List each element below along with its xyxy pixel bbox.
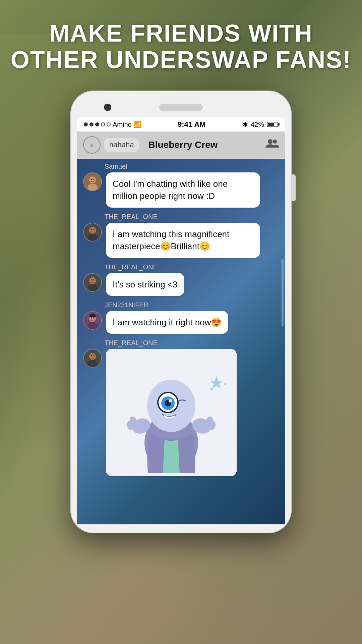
signal-dot-2 [89,122,94,126]
svg-point-15 [90,279,92,280]
avatar-real1-inner [84,223,101,241]
speaker [159,104,203,111]
bubble-4: I am watching it right now😍 [106,311,228,334]
sender-name-jen: JEN231NIFER [83,301,279,309]
promo-title: MAKE FRIENDS WITH OTHER UNDERSWAP FANS! [0,20,362,73]
svg-point-4 [87,184,98,191]
svg-point-19 [87,322,98,330]
message-row-2: I am watching this magnificent masterpie… [83,223,279,258]
status-left: Amino 📶 [84,121,141,128]
svg-point-14 [87,284,98,291]
group-icon[interactable] [265,138,279,152]
bubble-image [106,349,237,476]
bluetooth-icon: ✱ [242,120,248,128]
svg-point-24 [87,360,98,368]
message-group-1: Samuel [83,163,279,208]
avatar-samuel-inner [84,173,101,191]
phone-side-button [292,174,296,201]
phone-device: Amino 📶 9:41 AM ✱ 42% ‹ hahaha [70,91,292,533]
signal-dots [84,122,111,126]
svg-point-5 [90,179,92,180]
svg-point-16 [93,279,95,280]
signal-dot-5 [107,122,111,126]
character-image [106,349,237,476]
svg-point-6 [93,179,95,180]
back-button[interactable]: ‹ [83,136,101,154]
message-text-2: I am watching this magnificent masterpie… [113,229,229,251]
avatar-real3-inner [84,350,101,367]
sender-name-real1: THE_REAL_ONE [83,213,279,221]
svg-point-9 [87,234,98,241]
svg-point-23 [89,353,96,360]
battery-fill [268,123,274,126]
message-text-4: I am watching it right now😍 [113,317,222,327]
promo-header: MAKE FRIENDS WITH OTHER UNDERSWAP FANS! [0,20,362,73]
svg-point-3 [89,176,96,183]
signal-dot-4 [101,122,105,126]
chat-input-bar: + Message... Send [77,524,285,527]
battery-icon [267,122,278,127]
avatar-jen-inner [84,312,101,329]
wifi-icon: 📶 [134,121,141,128]
avatar-real2-inner [84,274,101,291]
phone-body: Amino 📶 9:41 AM ✱ 42% ‹ hahaha [70,91,292,533]
svg-point-10 [90,229,92,230]
signal-dot-3 [95,122,99,126]
svg-point-36 [172,409,174,411]
svg-point-35 [169,399,172,402]
avatar-samuel [83,172,102,191]
svg-point-45 [224,383,226,385]
sender-name-real3: THE_REAL_ONE [83,339,279,347]
chat-header: ‹ hahaha Blueberry Crew [77,131,285,159]
avatar-jen [83,311,102,330]
svg-point-25 [90,355,92,357]
message-text-3: It's so striking <3 [113,279,178,289]
svg-point-26 [93,355,95,357]
message-group-3: THE_REAL_ONE [83,263,279,296]
sender-name-samuel: Samuel [83,163,279,170]
svg-point-21 [93,317,95,319]
scroll-indicator [282,259,284,326]
message-row-5 [83,349,279,476]
battery-percent: 42% [251,121,264,128]
chat-title: Blueberry Crew [148,140,218,150]
bubble-2: I am watching this magnificent masterpie… [106,223,260,258]
message-row-3: It's so striking <3 [83,273,279,296]
carrier-label: Amino [113,121,132,128]
clock: 9:41 AM [178,120,206,129]
bubble-3: It's so striking <3 [106,273,184,296]
avatar-real3 [83,349,102,368]
message-group-2: THE_REAL_ONE [83,213,279,258]
message-text-1: Cool I'm chatting with like one million … [113,179,228,201]
message-group-5: THE_REAL_ONE [83,339,279,476]
camera [104,104,111,111]
svg-point-44 [210,388,213,390]
message-row-4: I am watching it right now😍 [83,311,279,334]
chat-body[interactable]: Samuel [77,159,285,524]
status-right: ✱ 42% [242,120,278,128]
svg-point-1 [273,140,277,144]
bubble-1: Cool I'm chatting with like one million … [106,172,260,208]
phone-screen: Amino 📶 9:41 AM ✱ 42% ‹ hahaha [77,117,285,527]
svg-point-8 [89,227,96,233]
svg-point-11 [93,229,95,230]
haha-bubble: hahaha [104,138,139,152]
phone-top [77,97,285,117]
svg-point-13 [89,277,96,284]
message-group-4: JEN231NIFER [83,301,279,334]
status-bar: Amino 📶 9:41 AM ✱ 42% [77,117,285,131]
avatar-real2 [83,273,102,292]
signal-dot-1 [84,122,88,126]
svg-point-0 [268,139,273,144]
sender-name-real2: THE_REAL_ONE [83,263,279,271]
message-row-1: Cool I'm chatting with like one million … [83,172,279,208]
svg-point-20 [90,317,92,319]
avatar-real1 [83,223,102,241]
